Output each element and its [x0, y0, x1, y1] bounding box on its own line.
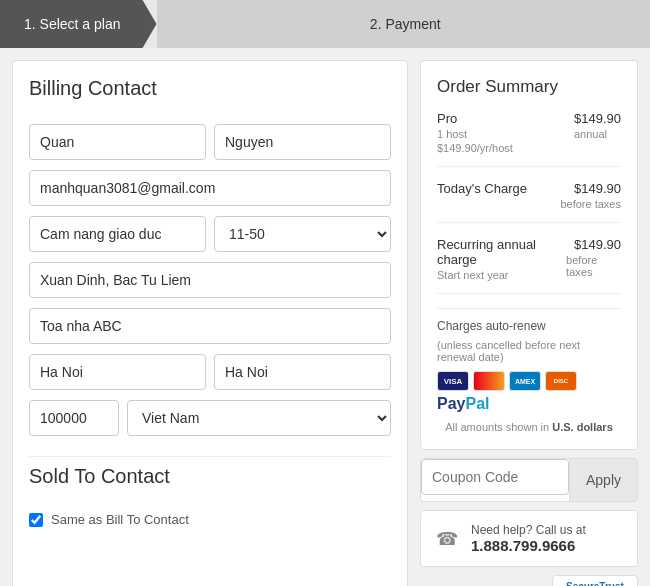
- coupon-input[interactable]: [421, 459, 569, 495]
- step-2-label: 2. Payment: [370, 16, 441, 32]
- main-content: Billing Contact 11-50 1-10 51-200: [0, 48, 650, 586]
- address1-row: [29, 262, 391, 298]
- billing-contact-title: Billing Contact: [29, 77, 391, 108]
- today-charge-item: Today's Charge $149.90 before taxes: [437, 181, 621, 223]
- today-charge-sub: before taxes: [560, 198, 621, 210]
- first-name-field: [29, 124, 206, 160]
- auto-renew-section: Charges auto-renew (unless cancelled bef…: [437, 308, 621, 433]
- usd-note: All amounts shown in U.S. dollars: [437, 421, 621, 433]
- email-field: [29, 170, 391, 206]
- paypal-icon: PayPal: [437, 395, 489, 413]
- discover-icon: DISC: [545, 371, 577, 391]
- state-field: [214, 354, 391, 390]
- recurring-price-sub: before taxes: [566, 254, 621, 278]
- coupon-apply-button[interactable]: Apply: [569, 459, 637, 501]
- auto-renew-text: Charges auto-renew: [437, 319, 621, 333]
- same-as-bill-label: Same as Bill To Contact: [51, 512, 189, 527]
- company-input[interactable]: [29, 216, 206, 252]
- country-select[interactable]: Viet Nam United States United Kingdom Au…: [127, 400, 391, 436]
- sold-to-title: Sold To Contact: [29, 465, 391, 496]
- plan-price-detail: $149.90/yr/host: [437, 142, 513, 154]
- secure-trust-badge[interactable]: SecureTrust Trusted Commerce click to va…: [552, 575, 638, 586]
- visa-icon: VISA: [437, 371, 469, 391]
- auto-renew-sub: (unless cancelled before next renewal da…: [437, 339, 621, 363]
- order-summary-title: Order Summary: [437, 77, 621, 97]
- plan-price: $149.90: [574, 111, 621, 126]
- email-input[interactable]: [29, 170, 391, 206]
- secure-badge: SecureTrust Trusted Commerce click to va…: [420, 575, 638, 586]
- phone-icon: ☎: [433, 525, 461, 553]
- payment-icons: VISA AMEX DISC PayPal: [437, 371, 621, 413]
- plan-hosts: 1 host: [437, 128, 513, 140]
- order-summary-box: Order Summary Pro 1 host $149.90/yr/host…: [420, 60, 638, 450]
- company-row: 11-50 1-10 51-200 201-500 500+: [29, 216, 391, 252]
- address1-input[interactable]: [29, 262, 391, 298]
- same-as-bill-row: Same as Bill To Contact: [29, 512, 391, 527]
- recurring-charge-item: Recurring annual charge Start next year …: [437, 237, 621, 294]
- company-size-field: 11-50 1-10 51-200 201-500 500+: [214, 216, 391, 252]
- first-name-input[interactable]: [29, 124, 206, 160]
- name-row: [29, 124, 391, 160]
- mastercard-icon: [473, 371, 505, 391]
- postal-input[interactable]: [29, 400, 119, 436]
- recurring-price: $149.90: [566, 237, 621, 252]
- recurring-sub: Start next year: [437, 269, 566, 281]
- address2-field: [29, 308, 391, 344]
- recurring-label: Recurring annual charge: [437, 237, 566, 267]
- usd-note-text: All amounts shown in: [445, 421, 549, 433]
- company-field: [29, 216, 206, 252]
- city-input[interactable]: [29, 354, 206, 390]
- state-input[interactable]: [214, 354, 391, 390]
- secure-title: SecureTrust: [566, 580, 624, 586]
- plan-period: annual: [574, 128, 621, 140]
- help-text: Need help? Call us at: [471, 523, 586, 537]
- last-name-field: [214, 124, 391, 160]
- same-as-bill-checkbox[interactable]: [29, 513, 43, 527]
- amex-icon: AMEX: [509, 371, 541, 391]
- city-field: [29, 354, 206, 390]
- step-1-label: 1. Select a plan: [24, 16, 121, 32]
- plan-name: Pro: [437, 111, 513, 126]
- plan-item: Pro 1 host $149.90/yr/host $149.90 annua…: [437, 111, 621, 167]
- city-state-row: [29, 354, 391, 390]
- today-charge-label: Today's Charge: [437, 181, 527, 196]
- step-1[interactable]: 1. Select a plan: [0, 0, 157, 48]
- address2-input[interactable]: [29, 308, 391, 344]
- today-charge-price: $149.90: [560, 181, 621, 196]
- help-box: ☎ Need help? Call us at 1.888.799.9666: [420, 510, 638, 567]
- postal-field: [29, 400, 119, 436]
- address2-row: [29, 308, 391, 344]
- last-name-input[interactable]: [214, 124, 391, 160]
- left-panel: Billing Contact 11-50 1-10 51-200: [12, 60, 408, 586]
- right-panel: Order Summary Pro 1 host $149.90/yr/host…: [420, 60, 638, 586]
- step-2: 2. Payment: [157, 0, 650, 48]
- help-phone: 1.888.799.9666: [471, 537, 586, 554]
- help-content: Need help? Call us at 1.888.799.9666: [471, 523, 586, 554]
- country-field: Viet Nam United States United Kingdom Au…: [127, 400, 391, 436]
- coupon-box: Apply: [420, 458, 638, 502]
- address1-field: [29, 262, 391, 298]
- usd-currency: U.S. dollars: [552, 421, 613, 433]
- company-size-select[interactable]: 11-50 1-10 51-200 201-500 500+: [214, 216, 391, 252]
- email-row: [29, 170, 391, 206]
- postal-country-row: Viet Nam United States United Kingdom Au…: [29, 400, 391, 436]
- stepper: 1. Select a plan 2. Payment: [0, 0, 650, 48]
- sold-to-section: Sold To Contact Same as Bill To Contact: [29, 456, 391, 527]
